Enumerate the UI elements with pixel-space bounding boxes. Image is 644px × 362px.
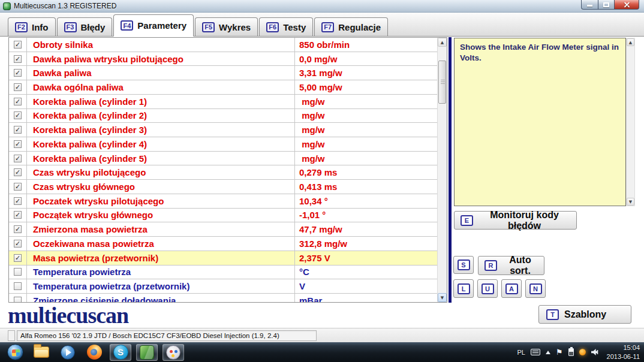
key-button-u[interactable]: U <box>477 279 498 298</box>
network-icon[interactable] <box>579 349 586 355</box>
hidden-icons-arrow-icon[interactable] <box>546 351 550 354</box>
row-checkbox[interactable]: ✓ <box>14 211 22 219</box>
tab-info[interactable]: F2Info <box>8 17 56 36</box>
table-row[interactable]: Zmierzone ciśnienie doładowaniamBar <box>9 294 438 303</box>
firefox-button[interactable] <box>83 344 105 361</box>
taskbar-clock[interactable]: 15:04 2013-06-11 <box>607 343 640 361</box>
tab-label: Wykres <box>219 22 251 32</box>
row-checkbox[interactable]: ✓ <box>14 240 22 248</box>
parameter-name: Dawka paliwa <box>27 66 294 80</box>
monitor-error-codes-button[interactable]: E Monitoruj kody błędów <box>454 211 577 230</box>
row-checkbox[interactable]: ✓ <box>14 225 22 233</box>
row-checkbox[interactable]: ✓ <box>14 183 22 191</box>
key-badge-l: L <box>458 283 470 294</box>
tab-błędy[interactable]: F3Błędy <box>57 17 113 36</box>
key-button-n[interactable]: N <box>525 279 546 298</box>
parameter-name: Poczatek wtrysku pilotującego <box>27 194 294 208</box>
info-panel-text: Shows the Intake Air Flow Meter signal i… <box>460 43 619 62</box>
row-checkbox[interactable]: ✓ <box>14 111 22 119</box>
tab-testy[interactable]: F6Testy <box>259 17 313 36</box>
parameter-name: Korekta paliwa (cylinder 2) <box>27 109 294 123</box>
paint-button[interactable] <box>162 344 184 361</box>
table-row[interactable]: ✓Poczatek wtrysku pilotującego10,34 ° <box>9 194 438 209</box>
table-row[interactable]: ✓Dawka paliwa wtrysku pilotującego0,0 mg… <box>9 52 438 67</box>
fkey-badge: F7 <box>321 22 334 32</box>
row-checkbox[interactable]: ✓ <box>14 254 22 262</box>
row-checkbox[interactable]: ✓ <box>14 55 22 63</box>
table-row[interactable]: ✓Początek wtrysku głównego-1,01 ° <box>9 209 438 223</box>
table-row[interactable]: ✓Masa powietrza (przetwornik)2,375 V <box>9 251 438 266</box>
table-row[interactable]: ✓Czas wtrysku pilotującego0,279 ms <box>9 165 438 180</box>
key-badge-r: R <box>484 260 497 271</box>
maximize-icon <box>603 2 609 7</box>
table-scrollbar[interactable]: ▲ ▼ <box>437 38 447 302</box>
tab-regulacje[interactable]: F7Regulacje <box>314 17 388 36</box>
multiecuscan-app-button[interactable] <box>136 344 158 361</box>
row-checkbox[interactable]: ✓ <box>14 140 22 148</box>
tab-wykres[interactable]: F5Wykres <box>195 17 258 36</box>
table-row[interactable]: ✓Dawka ogólna paliwa5,00 mg/w <box>9 80 438 95</box>
parameter-value: mg/w <box>294 152 438 165</box>
auto-sort-button[interactable]: R Auto sort. <box>478 256 544 275</box>
checkbox-cell <box>9 266 27 279</box>
table-row[interactable]: ✓Korekta paliwa (cylinder 2) mg/w <box>9 109 438 123</box>
table-row[interactable]: ✓Dawka paliwa3,31 mg/w <box>9 66 438 80</box>
row-checkbox[interactable]: ✓ <box>14 41 22 49</box>
maximize-button[interactable] <box>598 0 615 10</box>
table-row[interactable]: ✓Korekta paliwa (cylinder 3) mg/w <box>9 123 438 137</box>
table-row[interactable]: Temperatura powietrza (przetwornik)V <box>9 279 438 294</box>
key-button-a[interactable]: A <box>501 279 522 298</box>
scroll-up-icon[interactable]: ▲ <box>627 38 634 46</box>
row-checkbox[interactable]: ✓ <box>14 69 22 77</box>
checkbox-cell: ✓ <box>9 52 27 66</box>
parameter-value: mBar <box>294 294 438 303</box>
table-row[interactable]: ✓Korekta paliwa (cylinder 5) mg/w <box>9 152 438 166</box>
skype-button[interactable]: S <box>110 344 131 361</box>
media-player-icon <box>61 345 75 360</box>
volume-icon[interactable] <box>591 349 600 356</box>
table-row[interactable]: ✓Korekta paliwa (cylinder 4) mg/w <box>9 137 438 152</box>
table-row[interactable]: ✓Oczekiwana masa powietrza312,8 mg/w <box>9 237 438 251</box>
table-row[interactable]: ✓Obroty silnika850 obr/min <box>9 38 438 52</box>
paint-icon <box>166 345 180 360</box>
row-checkbox[interactable]: ✓ <box>14 168 22 176</box>
key-button-l[interactable]: L <box>453 279 474 298</box>
parameter-value: 2,375 V <box>294 251 438 265</box>
battery-icon[interactable] <box>568 348 574 356</box>
table-row[interactable]: ✓Zmierzona masa powietrza47,7 mg/w <box>9 222 438 237</box>
windows-explorer-button[interactable] <box>31 344 52 361</box>
scrollbar-thumb[interactable] <box>438 61 446 104</box>
info-panel-scrollbar[interactable]: ▲ ▼ <box>626 38 635 206</box>
flag-icon[interactable] <box>556 348 563 356</box>
scroll-down-icon[interactable]: ▼ <box>627 198 634 206</box>
panel-divider <box>449 37 452 303</box>
media-player-button[interactable] <box>57 344 79 361</box>
row-checkbox[interactable] <box>14 282 22 290</box>
auto-sort-label: Auto sort. <box>502 255 538 276</box>
parameter-name: Dawka ogólna paliwa <box>27 80 294 94</box>
row-checkbox[interactable]: ✓ <box>14 126 22 134</box>
close-button[interactable] <box>615 0 639 10</box>
templates-button[interactable]: T Szablony <box>538 305 631 324</box>
scroll-down-icon[interactable]: ▼ <box>438 293 447 302</box>
language-indicator[interactable]: PL <box>517 349 525 356</box>
row-checkbox[interactable]: ✓ <box>14 83 22 91</box>
parameter-name: Korekta paliwa (cylinder 1) <box>27 95 294 108</box>
parameter-name: Obroty silnika <box>27 38 294 52</box>
scroll-up-icon[interactable]: ▲ <box>438 38 447 47</box>
templates-label: Szablony <box>564 309 606 320</box>
table-row[interactable]: ✓Czas wtrysku głównego0,413 ms <box>9 180 438 194</box>
multiecuscan-app-icon <box>140 345 154 360</box>
row-checkbox[interactable]: ✓ <box>14 155 22 162</box>
row-checkbox[interactable]: ✓ <box>14 98 22 105</box>
table-row[interactable]: ✓Korekta paliwa (cylinder 1) mg/w <box>9 95 438 109</box>
minimize-button[interactable] <box>581 0 598 10</box>
sort-button[interactable]: S <box>453 256 474 274</box>
table-row[interactable]: Temperatura powietrza°C <box>9 266 438 280</box>
parameter-value: 0,279 ms <box>294 165 438 179</box>
tab-parametery[interactable]: F4Parametery <box>113 14 194 37</box>
start-button[interactable] <box>4 344 26 361</box>
row-checkbox[interactable] <box>14 268 22 276</box>
keyboard-icon[interactable] <box>531 349 540 355</box>
row-checkbox[interactable]: ✓ <box>14 197 22 205</box>
